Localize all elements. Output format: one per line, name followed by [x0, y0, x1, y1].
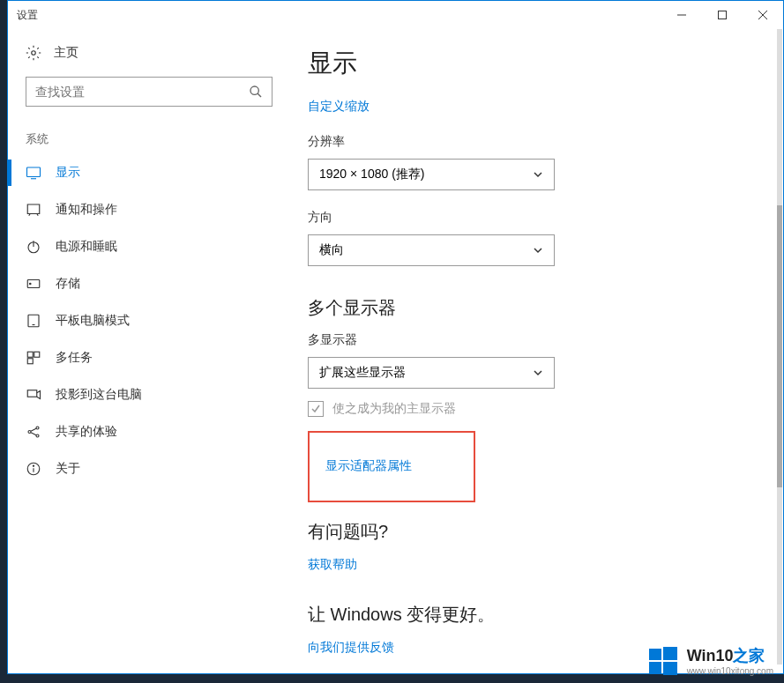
orientation-label: 方向 [308, 210, 748, 226]
monitor-icon [26, 165, 41, 181]
multi-displays-value: 扩展这些显示器 [319, 365, 406, 381]
watermark-text: Win10之家 www.win10xitong.com [687, 645, 773, 676]
chevron-down-icon [533, 367, 543, 378]
svg-rect-18 [27, 390, 37, 397]
home-label: 主页 [54, 45, 78, 61]
resolution-select[interactable]: 1920 × 1080 (推荐) [308, 159, 555, 190]
custom-scaling-link[interactable]: 自定义缩放 [308, 99, 370, 115]
share-icon [26, 424, 41, 440]
windows-logo-icon [648, 646, 678, 676]
feedback-link[interactable]: 向我们提供反馈 [308, 640, 394, 656]
svg-rect-7 [27, 167, 41, 177]
sidebar-item-label: 共享的体验 [56, 424, 117, 440]
svg-rect-17 [27, 359, 33, 364]
questions-heading: 有问题吗? [308, 520, 748, 544]
svg-point-12 [30, 283, 32, 285]
improve-heading: 让 Windows 变得更好。 [308, 603, 748, 627]
sidebar-item-display[interactable]: 显示 [8, 154, 273, 191]
chevron-down-icon [533, 245, 543, 256]
make-main-display-label: 使之成为我的主显示器 [332, 401, 456, 417]
sidebar-item-notifications[interactable]: 通知和操作 [8, 191, 273, 228]
section-label: 系统 [26, 131, 273, 147]
window-title: 设置 [17, 8, 661, 23]
sidebar-item-label: 投影到这台电脑 [56, 387, 142, 403]
watermark-url: www.win10xitong.com [687, 666, 773, 676]
orientation-group: 方向 横向 [308, 210, 748, 266]
sidebar-item-about[interactable]: 关于 [8, 450, 273, 487]
minimize-icon [677, 11, 686, 19]
adapter-properties-link[interactable]: 显示适配器属性 [325, 458, 412, 474]
scrollbar[interactable] [777, 29, 782, 664]
check-icon [310, 404, 321, 414]
settings-window: 设置 主页 系统 显示 [7, 0, 784, 674]
sidebar-item-label: 显示 [56, 165, 80, 181]
svg-point-26 [33, 465, 34, 466]
notification-icon [26, 202, 41, 218]
svg-point-20 [36, 427, 39, 429]
sidebar-item-shared[interactable]: 共享的体验 [8, 413, 273, 450]
resolution-value: 1920 × 1080 (推荐) [319, 167, 424, 182]
info-icon [26, 461, 41, 477]
maximize-button[interactable] [702, 2, 743, 28]
nav-list: 显示 通知和操作 电源和睡眠 存储 平板电脑模式 [8, 154, 273, 487]
projecting-icon [26, 387, 41, 403]
storage-icon [26, 276, 41, 292]
svg-point-5 [250, 86, 258, 94]
search-input-box[interactable] [26, 77, 273, 107]
make-main-display-checkbox: 使之成为我的主显示器 [308, 401, 748, 417]
maximize-icon [718, 11, 727, 19]
checkbox-icon [308, 401, 324, 417]
svg-line-23 [31, 433, 36, 435]
tablet-icon [26, 313, 41, 329]
titlebar: 设置 [8, 1, 783, 29]
sidebar: 主页 系统 显示 通知和操作 电源和睡眠 [8, 29, 290, 673]
multi-displays-heading: 多个显示器 [308, 296, 748, 320]
get-help-link[interactable]: 获取帮助 [308, 557, 357, 573]
close-icon [758, 11, 767, 19]
svg-rect-16 [34, 352, 40, 357]
multi-displays-select[interactable]: 扩展这些显示器 [308, 357, 555, 389]
multi-displays-label: 多显示器 [308, 332, 748, 348]
orientation-select[interactable]: 横向 [308, 234, 555, 266]
svg-point-4 [32, 51, 36, 56]
svg-line-22 [31, 428, 36, 431]
minimize-button[interactable] [661, 2, 702, 28]
sidebar-item-label: 通知和操作 [56, 202, 117, 218]
power-icon [26, 239, 41, 255]
svg-point-19 [28, 431, 31, 434]
watermark-brand: Win10之家 [687, 645, 773, 666]
close-button[interactable] [743, 2, 783, 28]
sidebar-item-label: 平板电脑模式 [56, 313, 130, 329]
sidebar-item-label: 电源和睡眠 [56, 239, 117, 255]
multitask-icon [26, 350, 41, 366]
svg-rect-28 [663, 647, 677, 660]
svg-rect-27 [649, 649, 661, 660]
resolution-group: 分辨率 1920 × 1080 (推荐) [308, 134, 748, 190]
orientation-value: 横向 [319, 242, 344, 258]
content-area: 主页 系统 显示 通知和操作 电源和睡眠 [8, 29, 783, 673]
svg-line-6 [258, 93, 261, 97]
sidebar-item-label: 关于 [56, 461, 80, 477]
sidebar-item-projecting[interactable]: 投影到这台电脑 [8, 376, 273, 413]
watermark: Win10之家 www.win10xitong.com [648, 645, 773, 676]
sidebar-item-multitask[interactable]: 多任务 [8, 339, 273, 376]
sidebar-item-storage[interactable]: 存储 [8, 265, 273, 302]
svg-point-21 [36, 434, 39, 437]
resolution-label: 分辨率 [308, 134, 748, 150]
gear-icon [26, 45, 41, 61]
chevron-down-icon [533, 169, 543, 180]
svg-rect-29 [649, 662, 661, 673]
sidebar-item-label: 存储 [56, 276, 80, 292]
search-icon [249, 85, 263, 99]
sidebar-item-power[interactable]: 电源和睡眠 [8, 228, 273, 265]
scrollbar-thumb[interactable] [777, 205, 782, 487]
svg-rect-30 [663, 662, 677, 675]
search-input[interactable] [35, 85, 249, 99]
page-title: 显示 [308, 47, 748, 80]
svg-rect-15 [27, 352, 33, 357]
home-button[interactable]: 主页 [26, 45, 273, 61]
sidebar-item-tablet[interactable]: 平板电脑模式 [8, 302, 273, 339]
svg-rect-1 [719, 11, 727, 19]
main-panel: 显示 自定义缩放 分辨率 1920 × 1080 (推荐) 方向 横向 多个显示… [290, 29, 783, 673]
sidebar-item-label: 多任务 [56, 350, 93, 366]
